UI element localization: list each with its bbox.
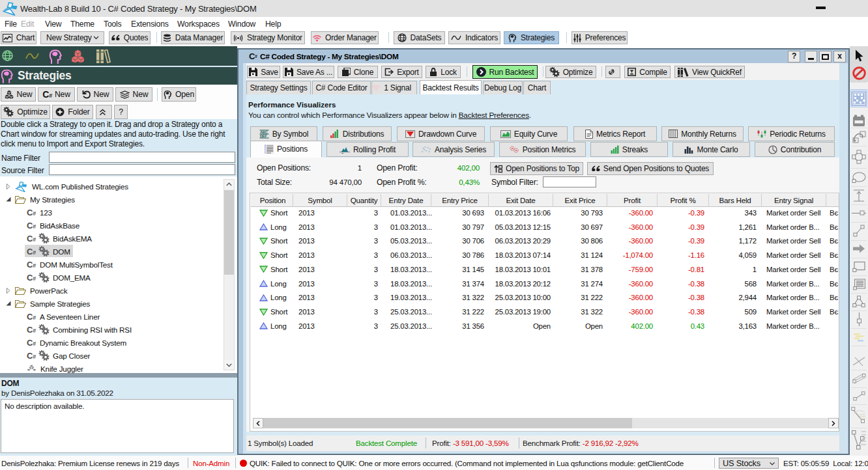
svg-text:#: #	[255, 54, 257, 59]
svg-text:DEF: DEF	[260, 134, 267, 138]
